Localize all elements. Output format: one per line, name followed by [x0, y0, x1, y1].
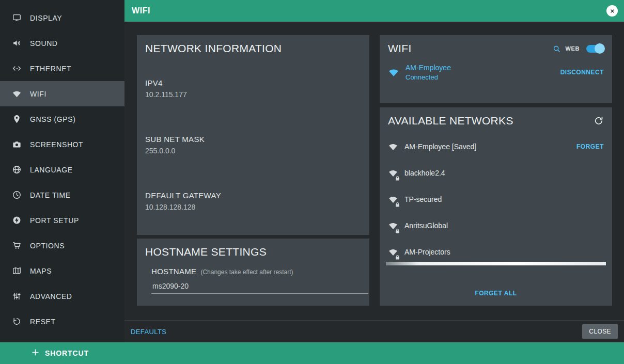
cart-icon — [11, 241, 22, 251]
dialog-body: NETWORK INFORMATION IPV4 10.2.115.177 SU… — [124, 22, 624, 320]
sliders-icon — [11, 291, 22, 302]
available-networks-header: AVAILABLE NETWORKS — [388, 115, 604, 127]
wifi-card-header: WIFI WEB — [388, 42, 604, 55]
sidebar-item-wifi[interactable]: WIFI — [0, 81, 124, 106]
sidebar-item-label: WIFI — [30, 90, 46, 98]
sound-icon — [11, 38, 22, 49]
subnet-mask-value: 255.0.0.0 — [145, 147, 361, 155]
shortcut-label: SHORTCUT — [45, 349, 89, 357]
ipv4-field: IPV4 10.2.115.177 — [145, 78, 361, 99]
sidebar-item-options[interactable]: OPTIONS — [0, 233, 124, 258]
default-gateway-value: 10.128.128.128 — [145, 203, 361, 211]
wifi-secured-icon — [388, 220, 398, 231]
add-shortcut-button[interactable]: SHORTCUT — [31, 348, 89, 359]
sidebar-item-label: ADVANCED — [30, 292, 72, 300]
plus-icon — [31, 348, 40, 359]
wifi-card-title: WIFI — [388, 42, 412, 55]
sidebar-item-label: PORT SETUP — [30, 216, 79, 225]
forget-all-button[interactable]: FORGET ALL — [475, 290, 517, 297]
wifi-settings-dialog: WIFI NETWORK INFORMATION IPV4 10.2.115.1… — [124, 0, 624, 342]
forget-button[interactable]: FORGET — [576, 143, 604, 150]
sidebar-item-reset[interactable]: RESET — [0, 309, 124, 334]
sidebar-item-advanced[interactable]: ADVANCED — [0, 283, 124, 309]
network-list-scrollbar[interactable] — [386, 262, 606, 265]
connected-ssid: AM-Employee — [405, 64, 451, 72]
close-button[interactable]: CLOSE — [582, 324, 618, 339]
dialog-title: WIFI — [132, 6, 150, 15]
web-label: WEB — [566, 45, 580, 52]
sidebar-item-maps[interactable]: MAPS — [0, 258, 124, 283]
default-gateway-field: DEFAULT GATEWAY 10.128.128.128 — [145, 191, 361, 211]
hostname-restart-note: (Changes take effect after restart) — [200, 268, 293, 276]
dialog-footer: DEFAULTS CLOSE — [124, 320, 624, 342]
web-toggle[interactable] — [586, 45, 604, 53]
lock-icon — [395, 227, 400, 232]
sidebar-item-label: DISPLAY — [30, 14, 62, 22]
network-row-anritsuglobal[interactable]: AnritsuGlobal — [388, 212, 604, 239]
network-ssid: TP-secured — [404, 195, 442, 203]
settings-window: DISPLAY SOUND ETHERNET WIFI GNSS (GPS) — [0, 0, 624, 364]
sidebar-item-label: OPTIONS — [30, 242, 65, 250]
sidebar-item-gnss-gps[interactable]: GNSS (GPS) — [0, 106, 124, 132]
sidebar-item-language[interactable]: LANGUAGE — [0, 157, 124, 182]
web-toggle-group: WEB — [552, 44, 604, 53]
refresh-icon[interactable] — [594, 116, 604, 126]
sidebar-item-label: SOUND — [30, 39, 58, 48]
lock-icon — [395, 200, 400, 206]
network-row-blackhole2-4[interactable]: blackhole2.4 — [388, 160, 604, 186]
sidebar-item-port-setup[interactable]: PORT SETUP — [0, 208, 124, 233]
sidebar-item-sound[interactable]: SOUND — [0, 30, 124, 56]
sidebar-item-date-time[interactable]: DATE TIME — [0, 182, 124, 208]
globe-icon — [11, 165, 22, 175]
wifi-icon — [388, 141, 398, 152]
sidebar-item-label: DATE TIME — [30, 191, 71, 199]
lock-icon — [395, 174, 400, 180]
ipv4-value: 10.2.115.177 — [145, 90, 361, 99]
forget-all-row: FORGET ALL — [380, 288, 612, 297]
connected-network-text: AM-Employee Connected — [405, 64, 451, 81]
network-information-card: NETWORK INFORMATION IPV4 10.2.115.177 SU… — [137, 35, 369, 235]
ethernet-icon — [11, 64, 22, 74]
power-bolt-icon — [11, 215, 22, 226]
defaults-button[interactable]: DEFAULTS — [131, 328, 166, 336]
sidebar-item-label: SCREENSHOT — [30, 140, 83, 149]
connected-status: Connected — [405, 73, 451, 81]
network-ssid: AM-Employee [Saved] — [404, 143, 476, 151]
available-networks-card: AVAILABLE NETWORKS AM-Employee [Saved] F… — [380, 107, 612, 306]
display-icon — [11, 13, 22, 23]
network-ssid: AM-Projectors — [404, 248, 450, 256]
connected-network-row[interactable]: AM-Employee Connected DISCONNECT — [388, 64, 604, 81]
sidebar-item-screenshot[interactable]: SCREENSHOT — [0, 132, 124, 157]
disconnect-button[interactable]: DISCONNECT — [560, 69, 604, 76]
hostname-label: HOSTNAME — [151, 267, 196, 276]
hostname-settings-card: HOSTNAME SETTINGS HOSTNAME (Changes take… — [137, 239, 369, 306]
shortcut-bar: SHORTCUT — [0, 342, 624, 364]
close-icon[interactable] — [606, 5, 618, 17]
wifi-connected-icon — [388, 67, 399, 78]
network-row-am-projectors[interactable]: AM-Projectors — [388, 239, 604, 265]
map-icon — [11, 266, 22, 276]
network-list: AM-Employee [Saved] FORGET blackhole2.4 — [388, 133, 604, 265]
hostname-input[interactable] — [151, 282, 368, 294]
hostname-settings-title: HOSTNAME SETTINGS — [145, 246, 361, 258]
wifi-card: WIFI WEB AM-Employee Con — [380, 35, 612, 103]
lock-icon — [395, 253, 400, 259]
available-networks-title: AVAILABLE NETWORKS — [388, 115, 513, 127]
network-ssid: blackhole2.4 — [404, 169, 445, 177]
sidebar-item-display[interactable]: DISPLAY — [0, 5, 124, 30]
wifi-secured-icon — [388, 168, 398, 178]
network-row-am-employee-saved[interactable]: AM-Employee [Saved] FORGET — [388, 133, 604, 160]
reset-icon — [11, 316, 22, 327]
dialog-header: WIFI — [124, 0, 624, 22]
sidebar-item-ethernet[interactable]: ETHERNET — [0, 56, 124, 81]
ipv4-label: IPV4 — [145, 78, 361, 87]
sidebar-item-label: GNSS (GPS) — [30, 115, 75, 123]
hostname-label-row: HOSTNAME (Changes take effect after rest… — [151, 267, 361, 276]
wifi-secured-icon — [388, 247, 398, 257]
network-information-fields: IPV4 10.2.115.177 SUB NET MASK 255.0.0.0… — [145, 78, 361, 211]
network-row-tp-secured[interactable]: TP-secured — [388, 186, 604, 212]
sidebar-item-label: LANGUAGE — [30, 166, 73, 174]
settings-sidebar: DISPLAY SOUND ETHERNET WIFI GNSS (GPS) — [0, 0, 124, 342]
default-gateway-label: DEFAULT GATEWAY — [145, 191, 361, 200]
sidebar-item-label: ETHERNET — [30, 65, 71, 73]
